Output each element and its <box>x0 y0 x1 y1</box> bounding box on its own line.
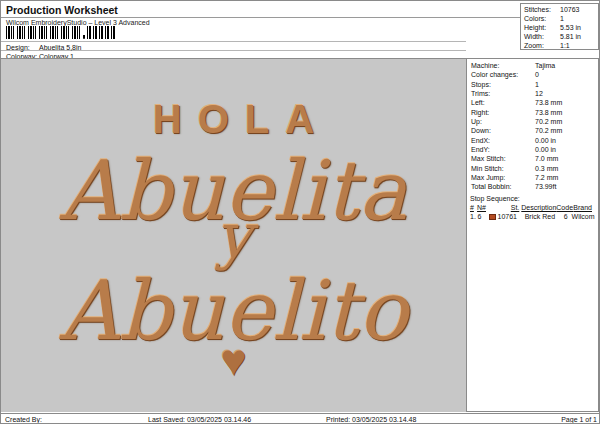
down-value: 70.2 mm <box>535 126 562 135</box>
min-stitch-label: Min Stitch: <box>471 164 535 173</box>
machine-row: Right:73.8 mm <box>471 108 598 117</box>
left-label: Left: <box>471 98 535 107</box>
colors-value: 1 <box>560 14 564 23</box>
col-stitches: St. <box>487 203 521 212</box>
right-label: Right: <box>471 108 535 117</box>
heart-icon: ♥ <box>1 338 466 382</box>
barcode-icon <box>87 26 115 39</box>
stitches-value: 10763 <box>560 5 579 14</box>
endx-label: EndX: <box>471 136 535 145</box>
colors-label: Colors: <box>524 14 560 23</box>
header-meta: Design: Abuelita 5,8in Colorway: Colorwa… <box>1 41 466 59</box>
thread-color-swatch <box>489 214 496 220</box>
color-changes-label: Color changes: <box>471 70 535 79</box>
design-preview-canvas: HOLA Abuelita y Abuelito ♥ <box>1 59 466 412</box>
summary-row-stitches: Stitches: 10763 <box>524 5 598 14</box>
machine-row: Trims:12 <box>471 89 598 98</box>
col-code: Code <box>556 203 571 212</box>
colorway-label: Colorway: <box>6 53 39 58</box>
summary-row-height: Height: 5.53 in <box>524 23 598 32</box>
left-value: 73.8 mm <box>535 98 562 107</box>
summary-row-colors: Colors: 1 <box>524 14 598 23</box>
barcode-icon <box>6 26 80 39</box>
machine-row: Stops:1 <box>471 80 598 89</box>
embroidery-text-hola: HOLA <box>1 99 466 139</box>
up-value: 70.2 mm <box>535 117 562 126</box>
color-changes-value: 0 <box>535 70 539 79</box>
col-seq: # <box>470 203 477 212</box>
design-value: Abuelita 5,8in <box>39 44 81 49</box>
page-number: Page 1 of 1 <box>561 416 597 423</box>
total-bobbin-value: 73.99ft <box>535 182 556 191</box>
stitches-label: Stitches: <box>524 5 560 14</box>
printed-text: Printed: 03/05/2025 03.14.48 <box>326 416 416 423</box>
footer: Created By: Last Saved: 03/05/2025 03.14… <box>1 414 600 423</box>
zoom-label: Zoom: <box>524 41 560 50</box>
code-value: 6 <box>557 212 570 221</box>
trims-label: Trims: <box>471 89 535 98</box>
machine-row: Left:73.8 mm <box>471 98 598 107</box>
machine-row: EndY:0.00 in <box>471 145 598 154</box>
endx-value: 0.00 in <box>535 136 556 145</box>
col-brand: Brand <box>571 203 596 212</box>
machine-row: Down:70.2 mm <box>471 126 598 135</box>
colorway-value: Colorway 1 <box>39 53 74 58</box>
min-stitch-value: 0.3 mm <box>535 164 558 173</box>
needle-value: 6 <box>478 212 489 221</box>
created-by-label: Created By: <box>5 416 42 423</box>
height-value: 5.53 in <box>560 23 581 32</box>
barcode <box>6 26 115 40</box>
down-label: Down: <box>471 126 535 135</box>
machine-panel: Machine:Tajima Color changes:0 Stops:1 T… <box>466 58 599 193</box>
endy-value: 0.00 in <box>535 145 556 154</box>
software-subtitle: Wilcom EmbroideryStudio – Level 3 Advanc… <box>1 18 520 26</box>
machine-row: Color changes:0 <box>471 70 598 79</box>
summary-panel: Stitches: 10763 Colors: 1 Height: 5.53 i… <box>520 3 599 50</box>
machine-row: Min Stitch:0.3 mm <box>471 164 598 173</box>
endy-label: EndY: <box>471 145 535 154</box>
col-description: Description <box>521 203 556 212</box>
stops-value: 1 <box>535 80 539 89</box>
embroidery-text-y: y <box>1 205 466 267</box>
machine-row: Machine:Tajima <box>471 61 598 70</box>
stop-sequence-panel: Stop Sequence: # N# St. Description Code… <box>466 192 599 412</box>
machine-value: Tajima <box>535 61 555 70</box>
machine-label: Machine: <box>471 61 535 70</box>
stop-sequence-header-row: # N# St. Description Code Brand <box>470 203 596 212</box>
stops-label: Stops: <box>471 80 535 89</box>
design-row: Design: Abuelita 5,8in <box>1 41 466 50</box>
stop-sequence-row: 1. 6 10761 Brick Red 6 Wilcom <box>470 212 596 221</box>
machine-row: EndX:0.00 in <box>471 136 598 145</box>
barcode-separator-icon <box>83 35 85 39</box>
machine-row: Max Stitch:7.0 mm <box>471 154 598 163</box>
description-value: Brick Red <box>525 212 557 221</box>
max-stitch-value: 7.0 mm <box>535 154 558 163</box>
max-jump-label: Max Jump: <box>471 173 535 182</box>
max-jump-value: 7.2 mm <box>535 173 558 182</box>
stop-sequence-title: Stop Sequence: <box>470 194 596 203</box>
summary-row-width: Width: 5.81 in <box>524 32 598 41</box>
seq-value: 1. <box>470 212 478 221</box>
total-bobbin-label: Total Bobbin: <box>471 182 535 191</box>
machine-row: Total Bobbin:73.99ft <box>471 182 598 191</box>
page-title: Production Worksheet <box>1 1 520 18</box>
height-label: Height: <box>524 23 560 32</box>
header: Production Worksheet Wilcom EmbroiderySt… <box>1 1 520 58</box>
up-label: Up: <box>471 117 535 126</box>
stitch-count-value: 10761 <box>498 212 517 221</box>
width-label: Width: <box>524 32 560 41</box>
trims-value: 12 <box>535 89 543 98</box>
machine-row: Max Jump:7.2 mm <box>471 173 598 182</box>
design-label: Design: <box>6 44 39 49</box>
width-value: 5.81 in <box>560 32 581 41</box>
production-worksheet-page: Production Worksheet Wilcom EmbroiderySt… <box>0 0 600 424</box>
stitch-count-cell: 10761 <box>489 212 525 221</box>
brand-value: Wilcom <box>570 212 596 221</box>
machine-row: Up:70.2 mm <box>471 117 598 126</box>
col-needle: N# <box>477 203 487 212</box>
last-saved-text: Last Saved: 03/05/2025 03.14.46 <box>148 416 251 423</box>
right-value: 73.8 mm <box>535 108 562 117</box>
summary-row-zoom: Zoom: 1:1 <box>524 41 598 50</box>
zoom-value: 1:1 <box>560 41 570 50</box>
max-stitch-label: Max Stitch: <box>471 154 535 163</box>
